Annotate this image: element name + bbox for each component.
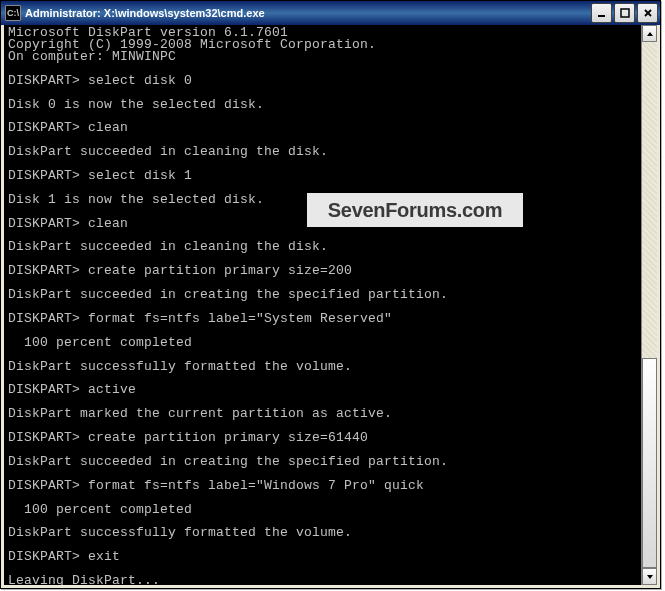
- terminal-line: Disk 0 is now the selected disk.: [8, 99, 653, 111]
- scrollbar: [641, 25, 657, 585]
- scroll-up-button[interactable]: [642, 25, 657, 42]
- titlebar[interactable]: C:\ Administrator: X:\windows\system32\c…: [1, 1, 660, 25]
- terminal-line: DISKPART> format fs=ntfs label="Windows …: [8, 480, 653, 492]
- terminal-line: On computer: MINWINPC: [8, 51, 653, 63]
- svg-rect-0: [598, 15, 605, 17]
- terminal-line: DISKPART> create partition primary size=…: [8, 432, 653, 444]
- terminal-line: DiskPart succeeded in cleaning the disk.: [8, 241, 653, 253]
- terminal-line: 100 percent completed: [8, 337, 653, 349]
- terminal-line: DISKPART> format fs=ntfs label="System R…: [8, 313, 653, 325]
- chevron-down-icon: [646, 574, 654, 580]
- terminal-line: 100 percent completed: [8, 504, 653, 516]
- terminal-line: DISKPART> select disk 1: [8, 170, 653, 182]
- close-button[interactable]: [637, 3, 658, 23]
- terminal-line: DISKPART> active: [8, 384, 653, 396]
- cmd-icon: C:\: [5, 5, 21, 21]
- scroll-track[interactable]: [642, 42, 657, 568]
- terminal-line: DiskPart succeeded in creating the speci…: [8, 289, 653, 301]
- minimize-button[interactable]: [591, 3, 612, 23]
- terminal-output[interactable]: Microsoft DiskPart version 6.1.7601Copyr…: [4, 25, 657, 585]
- chevron-up-icon: [646, 31, 654, 37]
- terminal-line: DiskPart succeeded in cleaning the disk.: [8, 146, 653, 158]
- close-icon: [643, 8, 653, 18]
- scroll-down-button[interactable]: [642, 568, 657, 585]
- window-controls: [589, 3, 658, 23]
- terminal-line: DiskPart succeeded in creating the speci…: [8, 456, 653, 468]
- terminal-line: DiskPart successfully formatted the volu…: [8, 527, 653, 539]
- minimize-icon: [597, 8, 607, 18]
- svg-rect-1: [621, 9, 629, 17]
- watermark: SevenForums.com: [307, 193, 523, 227]
- cmd-window: C:\ Administrator: X:\windows\system32\c…: [0, 0, 661, 589]
- terminal-line: DISKPART> select disk 0: [8, 75, 653, 87]
- terminal-line: Leaving DiskPart...: [8, 575, 653, 585]
- terminal-line: DISKPART> clean: [8, 122, 653, 134]
- terminal-line: DiskPart successfully formatted the volu…: [8, 361, 653, 373]
- maximize-button[interactable]: [614, 3, 635, 23]
- terminal-line: DISKPART> create partition primary size=…: [8, 265, 653, 277]
- scroll-thumb[interactable]: [642, 358, 657, 568]
- window-title: Administrator: X:\windows\system32\cmd.e…: [25, 7, 589, 19]
- terminal-line: DISKPART> exit: [8, 551, 653, 563]
- maximize-icon: [620, 8, 630, 18]
- terminal-line: DiskPart marked the current partition as…: [8, 408, 653, 420]
